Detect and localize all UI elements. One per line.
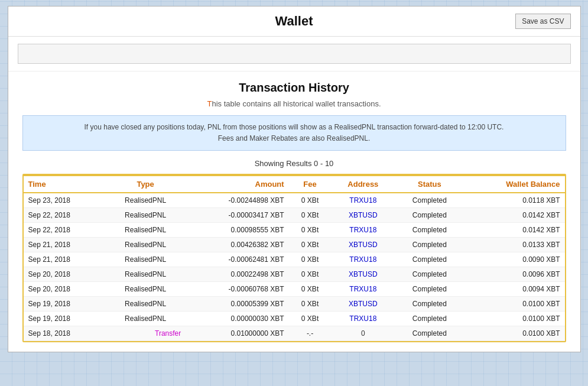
cell-type: RealisedPNL [105, 267, 186, 282]
col-status: Status [395, 176, 464, 193]
cell-amount: 0.00005399 XBT [186, 297, 288, 312]
cell-type: RealisedPNL [105, 193, 186, 208]
table-row: Sep 20, 2018RealisedPNL-0.00060768 XBT0 … [24, 282, 565, 297]
cell-status: Completed [395, 193, 464, 208]
cell-fee: 0 XBt [289, 297, 332, 312]
cell-time: Sep 20, 2018 [24, 267, 105, 282]
cell-time: Sep 22, 2018 [24, 223, 105, 238]
save-csv-button[interactable]: Save as CSV [515, 14, 570, 29]
cell-fee: 0 XBt [289, 208, 332, 223]
col-type: Type [105, 176, 186, 193]
table-wrapper: Time Type Amount Fee Address Status Wall… [22, 174, 566, 342]
cell-balance: 0.0100 XBT [464, 312, 565, 326]
cell-address: TRXU18 [331, 252, 395, 267]
table-header-row: Time Type Amount Fee Address Status Wall… [24, 176, 565, 193]
info-line2: Fees and Maker Rebates are also Realised… [33, 133, 556, 144]
search-input[interactable] [18, 44, 571, 64]
cell-type: RealisedPNL [105, 282, 186, 297]
info-line1: If you have closed any positions today, … [33, 122, 556, 133]
cell-status: Completed [395, 223, 464, 238]
cell-fee: 0 XBt [289, 267, 332, 282]
cell-time: Sep 21, 2018 [24, 238, 105, 252]
cell-time: Sep 19, 2018 [24, 312, 105, 326]
cell-balance: 0.0142 XBT [464, 208, 565, 223]
cell-address: XBTUSD [331, 267, 395, 282]
cell-status: Completed [395, 282, 464, 297]
cell-balance: 0.0118 XBT [464, 193, 565, 208]
cell-amount: 0.00022498 XBT [186, 267, 288, 282]
cell-type: RealisedPNL [105, 312, 186, 326]
section-title: Transaction History [22, 81, 566, 95]
header-bar: Wallet Save as CSV [8, 7, 580, 37]
table-row: Sep 19, 2018RealisedPNL0.00000030 XBT0 X… [24, 312, 565, 326]
cell-type: Transfer [105, 326, 186, 341]
cell-address: TRXU18 [331, 282, 395, 297]
cell-address: TRXU18 [331, 193, 395, 208]
cell-amount: -0.00003417 XBT [186, 208, 288, 223]
cell-fee: 0 XBt [289, 252, 332, 267]
cell-amount: 0.00426382 XBT [186, 238, 288, 252]
cell-time: Sep 21, 2018 [24, 252, 105, 267]
cell-address: XBTUSD [331, 238, 395, 252]
cell-amount: 0.01000000 XBT [186, 326, 288, 341]
table-row: Sep 21, 2018RealisedPNL-0.00062481 XBT0 … [24, 252, 565, 267]
col-fee: Fee [289, 176, 332, 193]
cell-address: 0 [331, 326, 395, 341]
table-row: Sep 23, 2018RealisedPNL-0.00244898 XBT0 … [24, 193, 565, 208]
cell-type: RealisedPNL [105, 252, 186, 267]
cell-fee: 0 XBt [289, 312, 332, 326]
table-row: Sep 19, 2018RealisedPNL0.00005399 XBT0 X… [24, 297, 565, 312]
cell-time: Sep 20, 2018 [24, 282, 105, 297]
cell-time: Sep 22, 2018 [24, 208, 105, 223]
cell-address: XBTUSD [331, 208, 395, 223]
cell-balance: 0.0094 XBT [464, 282, 565, 297]
content-area: Transaction History This table contains … [8, 72, 580, 352]
cell-status: Completed [395, 297, 464, 312]
cell-type: RealisedPNL [105, 238, 186, 252]
cell-status: Completed [395, 208, 464, 223]
cell-type: RealisedPNL [105, 208, 186, 223]
cell-status: Completed [395, 252, 464, 267]
page-title: Wallet [275, 14, 313, 29]
cell-address: XBTUSD [331, 297, 395, 312]
cell-fee: 0 XBt [289, 238, 332, 252]
cell-type: RealisedPNL [105, 297, 186, 312]
col-address: Address [331, 176, 395, 193]
main-container: Wallet Save as CSV Transaction History T… [8, 6, 581, 352]
cell-amount: 0.00000030 XBT [186, 312, 288, 326]
table-row: Sep 18, 2018Transfer0.01000000 XBT-.-0Co… [24, 326, 565, 341]
cell-balance: 0.0142 XBT [464, 223, 565, 238]
table-row: Sep 22, 2018RealisedPNL-0.00003417 XBT0 … [24, 208, 565, 223]
table-row: Sep 22, 2018RealisedPNL0.00098555 XBT0 X… [24, 223, 565, 238]
cell-status: Completed [395, 238, 464, 252]
cell-amount: 0.00098555 XBT [186, 223, 288, 238]
cell-amount: -0.00062481 XBT [186, 252, 288, 267]
col-balance: Wallet Balance [464, 176, 565, 193]
cell-time: Sep 23, 2018 [24, 193, 105, 208]
cell-fee: 0 XBt [289, 223, 332, 238]
col-time: Time [24, 176, 105, 193]
showing-results: Showing Results 0 - 10 [22, 159, 566, 168]
cell-time: Sep 18, 2018 [24, 326, 105, 341]
cell-balance: 0.0090 XBT [464, 252, 565, 267]
search-bar-area [8, 37, 580, 72]
info-box: If you have closed any positions today, … [22, 115, 566, 151]
cell-amount: -0.00244898 XBT [186, 193, 288, 208]
cell-fee: -.- [289, 326, 332, 341]
cell-balance: 0.0096 XBT [464, 267, 565, 282]
cell-address: TRXU18 [331, 223, 395, 238]
cell-time: Sep 19, 2018 [24, 297, 105, 312]
subtitle-rest: his table contains all historical wallet… [212, 99, 381, 108]
table-row: Sep 20, 2018RealisedPNL0.00022498 XBT0 X… [24, 267, 565, 282]
cell-amount: -0.00060768 XBT [186, 282, 288, 297]
cell-status: Completed [395, 267, 464, 282]
cell-status: Completed [395, 326, 464, 341]
section-subtitle: This table contains all historical walle… [22, 99, 566, 108]
transaction-table: Time Type Amount Fee Address Status Wall… [24, 175, 565, 341]
cell-fee: 0 XBt [289, 282, 332, 297]
cell-balance: 0.0133 XBT [464, 238, 565, 252]
table-row: Sep 21, 2018RealisedPNL0.00426382 XBT0 X… [24, 238, 565, 252]
col-amount: Amount [186, 176, 288, 193]
cell-status: Completed [395, 312, 464, 326]
cell-balance: 0.0100 XBT [464, 297, 565, 312]
